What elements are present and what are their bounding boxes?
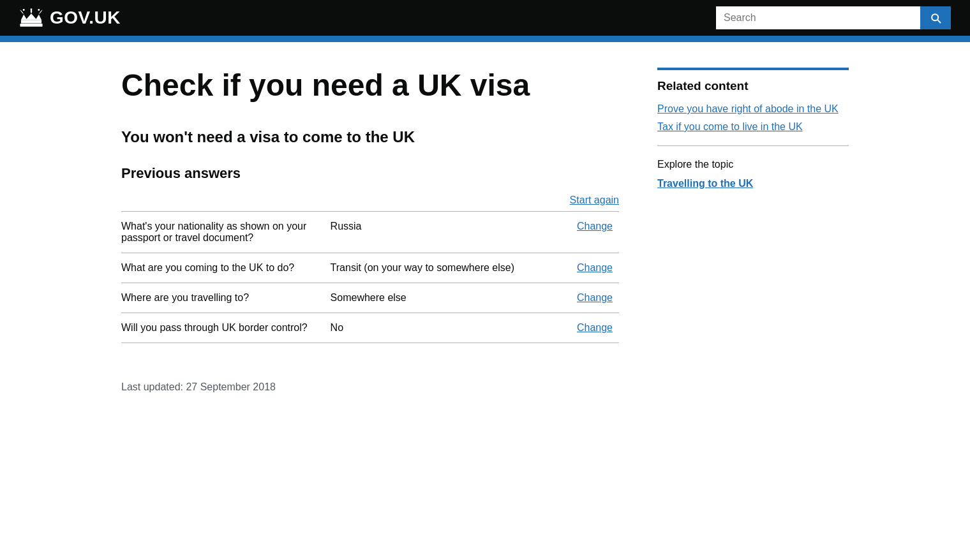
change-cell: Change	[539, 283, 619, 313]
explore-links-list: Travelling to the UK	[657, 178, 849, 189]
change-link[interactable]: Change	[577, 322, 613, 333]
change-cell: Change	[539, 253, 619, 283]
question-cell: What's your nationality as shown on your…	[121, 212, 331, 253]
blue-accent-bar	[0, 36, 970, 42]
related-links-list: Prove you have right of abode in the UKT…	[657, 103, 849, 133]
sidebar: Related content Prove you have right of …	[657, 68, 849, 189]
related-content-title: Related content	[657, 68, 849, 93]
list-item: Tax if you come to live in the UK	[657, 121, 849, 133]
table-row: What are you coming to the UK to do? Tra…	[121, 253, 619, 283]
svg-marker-5	[21, 13, 41, 20]
question-cell: Will you pass through UK border control?	[121, 313, 331, 343]
search-icon	[929, 11, 942, 24]
explore-link[interactable]: Travelling to the UK	[657, 178, 753, 189]
answers-table: What's your nationality as shown on your…	[121, 211, 619, 343]
svg-point-0	[23, 9, 25, 11]
answer-cell: Transit (on your way to somewhere else)	[331, 253, 540, 283]
answer-cell: Somewhere else	[331, 283, 540, 313]
search-form	[716, 6, 951, 29]
explore-topic-title: Explore the topic	[657, 159, 849, 170]
answer-cell: No	[331, 313, 540, 343]
main-content: Check if you need a UK visa You won't ne…	[121, 68, 619, 393]
change-link[interactable]: Change	[577, 262, 613, 273]
previous-answers-heading: Previous answers	[121, 165, 619, 182]
start-again-row: Start again	[121, 195, 619, 206]
page-title: Check if you need a UK visa	[121, 68, 619, 103]
list-item: Travelling to the UK	[657, 178, 849, 189]
question-cell: What are you coming to the UK to do?	[121, 253, 331, 283]
related-link[interactable]: Tax if you come to live in the UK	[657, 121, 803, 132]
start-again-link[interactable]: Start again	[570, 195, 619, 206]
logo-text: GOV.UK	[50, 8, 121, 28]
svg-rect-4	[20, 24, 42, 27]
related-link[interactable]: Prove you have right of abode in the UK	[657, 103, 839, 114]
svg-point-2	[38, 9, 40, 11]
main-container: Check if you need a UK visa You won't ne…	[102, 42, 868, 418]
table-row: Will you pass through UK border control?…	[121, 313, 619, 343]
change-cell: Change	[539, 212, 619, 253]
change-link[interactable]: Change	[577, 221, 613, 232]
crown-icon	[19, 8, 43, 28]
search-input[interactable]	[716, 6, 920, 29]
question-cell: Where are you travelling to?	[121, 283, 331, 313]
change-cell: Change	[539, 313, 619, 343]
sidebar-divider	[657, 145, 849, 146]
change-link[interactable]: Change	[577, 292, 613, 303]
last-updated: Last updated: 27 September 2018	[121, 381, 619, 393]
list-item: Prove you have right of abode in the UK	[657, 103, 849, 115]
search-button[interactable]	[920, 6, 951, 29]
site-header: GOV.UK	[0, 0, 970, 36]
table-row: What's your nationality as shown on your…	[121, 212, 619, 253]
result-heading: You won't need a visa to come to the UK	[121, 128, 619, 146]
answer-cell: Russia	[331, 212, 540, 253]
table-row: Where are you travelling to? Somewhere e…	[121, 283, 619, 313]
svg-rect-3	[21, 20, 41, 23]
gov-uk-logo[interactable]: GOV.UK	[19, 8, 121, 28]
